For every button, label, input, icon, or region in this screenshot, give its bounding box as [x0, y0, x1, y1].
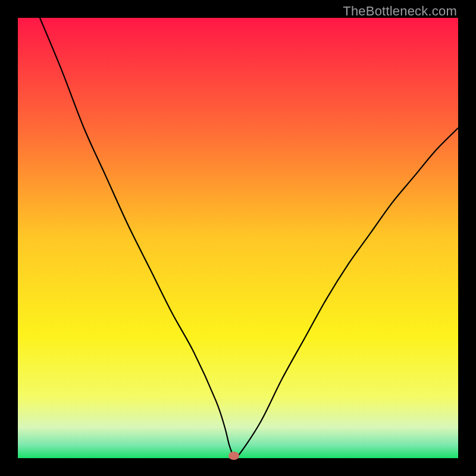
- watermark-text: TheBottleneck.com: [343, 4, 457, 19]
- optimal-point-marker: [228, 452, 239, 460]
- gradient-background: [18, 18, 458, 458]
- bottleneck-chart: [18, 18, 458, 458]
- chart-frame: [18, 18, 458, 458]
